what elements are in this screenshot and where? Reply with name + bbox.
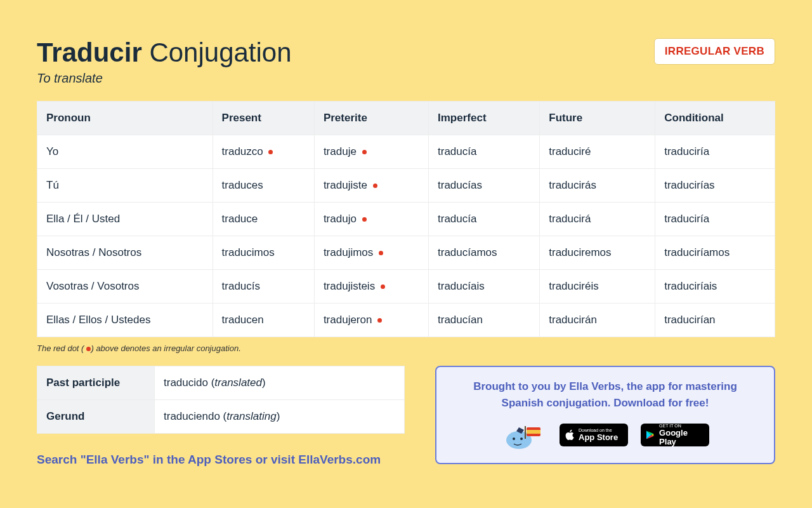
conjugation-cell: traduce [213,203,314,236]
google-play-button[interactable]: GET IT ONGoogle Play [641,424,709,446]
conjugation-cell: traduciré [540,135,655,169]
irregular-dot-icon [268,150,273,154]
table-row: Vosotras / Vosotrostraducís tradujisteis… [37,270,775,304]
column-header: Present [213,102,314,135]
irregular-badge: IRREGULAR VERB [654,38,775,65]
irregular-dot-icon [373,184,377,188]
irregular-dot-icon [362,150,367,154]
past-participle-label: Past participle [37,366,155,400]
conjugation-cell: traducía [429,203,540,236]
conjugation-cell: traduje [314,135,428,169]
table-row: Yotraduzco traduje traducía traduciré tr… [37,135,775,169]
conjugation-table: PronounPresentPreteriteImperfectFutureCo… [37,101,775,337]
conjugation-cell: traduciremos [540,236,655,270]
pronoun-cell: Nosotras / Nosotros [37,236,213,270]
conjugation-cell: traducimos [213,236,314,270]
irregular-dot-icon [379,251,383,255]
page-title: Traducir Conjugation [37,38,292,67]
conjugation-cell: traduciría [655,135,775,169]
conjugation-cell: traducía [429,135,540,169]
conjugation-cell: traduciría [655,203,775,236]
table-row: Gerund traduciendo (translating) [37,400,405,434]
gerund-value: traduciendo (translating) [155,400,405,434]
legend-text: The red dot () above denotes an irregula… [37,344,775,353]
search-line: Search "Ella Verbs" in the App Stores or… [37,453,405,467]
conjugation-cell: tradujisteis [314,270,428,304]
conjugation-cell: traducían [429,304,540,337]
conjugation-cell: traducirás [540,169,655,203]
conjugation-cell: traduciríamos [655,236,775,270]
svg-rect-4 [527,430,540,434]
conjugation-cell: tradujo [314,203,428,236]
column-header: Pronoun [37,102,213,135]
past-participle-value: traducido (translated) [155,366,405,400]
column-header: Conditional [655,102,775,135]
svg-point-1 [513,438,515,440]
title-suffix: Conjugation [149,37,291,67]
column-header: Preterite [314,102,428,135]
conjugation-cell: traducirías [655,169,775,203]
table-row: Nosotras / Nosotrostraducimos tradujimos… [37,236,775,270]
verb-translation: To translate [37,71,775,86]
pronoun-cell: Yo [37,135,213,169]
conjugation-cell: traduciríais [655,270,775,304]
table-row: Ella / Él / Ustedtraduce tradujo traducí… [37,203,775,236]
conjugation-cell: tradujeron [314,304,428,337]
conjugation-cell: traduzco [213,135,314,169]
table-row: Past participle traducido (translated) [37,366,405,400]
pronoun-cell: Vosotras / Vosotros [37,270,213,304]
app-store-button[interactable]: Download on theApp Store [560,424,628,446]
conjugation-cell: tradujiste [314,169,428,203]
conjugation-cell: traduciréis [540,270,655,304]
gerund-label: Gerund [37,400,155,434]
irregular-dot-icon [362,217,367,222]
conjugation-cell: traducís [213,270,314,304]
table-row: Tútraduces tradujiste traducías traducir… [37,169,775,203]
conjugation-cell: traducíais [429,270,540,304]
google-play-icon [646,430,655,440]
pronoun-cell: Tú [37,169,213,203]
mascot-icon [501,420,547,450]
forms-table: Past participle traducido (translated) G… [37,366,405,434]
apple-icon [565,429,575,441]
conjugation-cell: traducirían [655,304,775,337]
table-row: Ellas / Ellos / Ustedestraducen tradujer… [37,304,775,337]
promo-box: Brought to you by Ella Verbs, the app fo… [435,366,775,464]
conjugation-cell: traducirá [540,203,655,236]
column-header: Imperfect [429,102,540,135]
verb-name: Traducir [37,37,142,67]
conjugation-cell: traducías [429,169,540,203]
svg-point-2 [520,438,523,440]
irregular-dot-icon [377,318,382,323]
pronoun-cell: Ella / Él / Usted [37,203,213,236]
conjugation-cell: traduces [213,169,314,203]
conjugation-cell: traducíamos [429,236,540,270]
column-header: Future [540,102,655,135]
conjugation-cell: traducen [213,304,314,337]
conjugation-cell: tradujimos [314,236,428,270]
pronoun-cell: Ellas / Ellos / Ustedes [37,304,213,337]
irregular-dot-icon [381,284,385,289]
conjugation-cell: traducirán [540,304,655,337]
promo-text: Brought to you by Ella Verbs, the app fo… [452,378,759,411]
